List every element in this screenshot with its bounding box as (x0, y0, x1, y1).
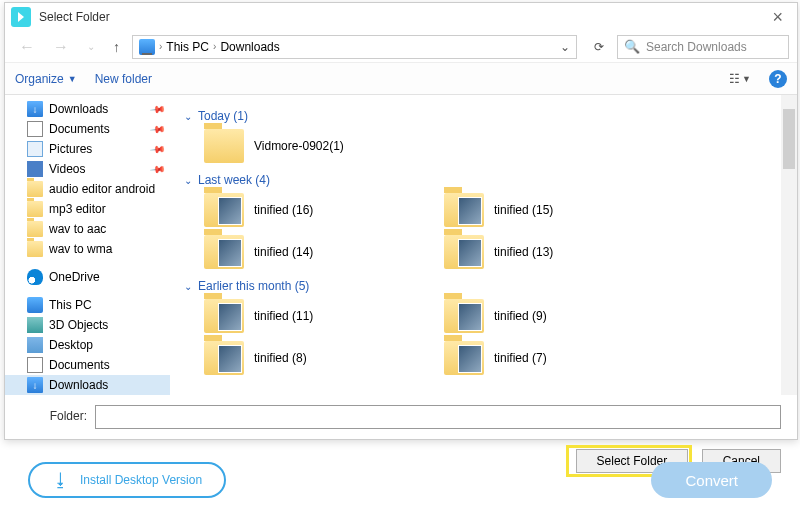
refresh-button[interactable]: ⟳ (587, 40, 611, 54)
group-title: Last week (4) (198, 173, 270, 187)
chevron-down-icon: ⌄ (184, 175, 192, 186)
folder-icon (204, 193, 244, 227)
tree-item-pictures[interactable]: Pictures 📌 (5, 139, 170, 159)
thispc-icon (139, 39, 155, 55)
tree-item-downloads[interactable]: ↓ Downloads (5, 375, 170, 395)
folder-name-input[interactable] (95, 405, 781, 429)
tree-item-documents[interactable]: Documents (5, 355, 170, 375)
folder-item-tinified-15-[interactable]: tinified (15) (444, 193, 634, 227)
tree-item-this-pc[interactable]: This PC (5, 295, 170, 315)
onedrive-icon (27, 269, 43, 285)
tree-item-downloads[interactable]: ↓ Downloads 📌 (5, 99, 170, 119)
tree-item-wav-to-aac[interactable]: wav to aac (5, 219, 170, 239)
crumb-folder[interactable]: Downloads (220, 40, 279, 54)
folder-item-tinified-16-[interactable]: tinified (16) (204, 193, 394, 227)
docs-icon (27, 121, 43, 137)
folder-item-tinified-14-[interactable]: tinified (14) (204, 235, 394, 269)
tree-item-label: audio editor android (49, 182, 155, 196)
tree-item-label: Downloads (49, 102, 108, 116)
folder-icon (444, 193, 484, 227)
search-icon: 🔍 (624, 39, 640, 54)
tree-item-audio-editor-android[interactable]: audio editor android (5, 179, 170, 199)
folder-icon (204, 299, 244, 333)
folder-name: Vidmore-0902(1) (254, 139, 344, 153)
convert-button[interactable]: Convert (651, 462, 772, 498)
desk-icon (27, 337, 43, 353)
scrollbar[interactable] (781, 95, 797, 395)
tree-item-label: This PC (49, 298, 92, 312)
pin-icon: 📌 (150, 101, 166, 117)
folder-icon (444, 235, 484, 269)
back-button[interactable]: ← (13, 36, 41, 58)
folder-icon (444, 341, 484, 375)
view-options-button[interactable]: ☷ ▼ (729, 72, 751, 86)
chevron-down-icon: ⌄ (184, 111, 192, 122)
tree-item-documents[interactable]: Documents 📌 (5, 119, 170, 139)
folder-item-tinified-13-[interactable]: tinified (13) (444, 235, 634, 269)
tree-item-label: Documents (49, 358, 110, 372)
tree-item-desktop[interactable]: Desktop (5, 335, 170, 355)
folder-item-tinified-11-[interactable]: tinified (11) (204, 299, 394, 333)
tree-item-label: Pictures (49, 142, 92, 156)
recent-dropdown[interactable]: ⌄ (81, 39, 101, 54)
up-button[interactable]: ↑ (107, 37, 126, 57)
3d-icon (27, 317, 43, 333)
tree-item-wav-to-wma[interactable]: wav to wma (5, 239, 170, 259)
folder-name: tinified (15) (494, 203, 553, 217)
nav-tree: ↓ Downloads 📌 Documents 📌 Pictures 📌 Vid… (5, 95, 170, 395)
folder-icon (444, 299, 484, 333)
titlebar: Select Folder × (5, 3, 797, 31)
crumb-root[interactable]: This PC (166, 40, 209, 54)
help-icon[interactable]: ? (769, 70, 787, 88)
pin-icon: 📌 (150, 121, 166, 137)
folder-label: Folder: (23, 409, 87, 423)
folder-item-tinified-8-[interactable]: tinified (8) (204, 341, 394, 375)
tree-item-videos[interactable]: Videos 📌 (5, 159, 170, 179)
folder-name: tinified (14) (254, 245, 313, 259)
install-desktop-button[interactable]: ⭳ Install Desktop Version (28, 462, 226, 498)
docs-icon (27, 357, 43, 373)
group-title: Earlier this month (5) (198, 279, 309, 293)
folder-name: tinified (11) (254, 309, 313, 323)
close-icon[interactable]: × (764, 7, 791, 28)
pin-icon: 📌 (150, 141, 166, 157)
vid-icon (27, 161, 43, 177)
tree-item-onedrive[interactable]: OneDrive (5, 267, 170, 287)
tree-item-3d-objects[interactable]: 3D Objects (5, 315, 170, 335)
select-folder-dialog: Select Folder × ← → ⌄ ↑ › This PC › Down… (4, 2, 798, 440)
new-folder-button[interactable]: New folder (95, 72, 152, 86)
folder-icon (204, 341, 244, 375)
nav-row: ← → ⌄ ↑ › This PC › Downloads ⌄ ⟳ 🔍 Sear… (5, 31, 797, 63)
folder-item-vidmore-0902-1-[interactable]: Vidmore-0902(1) (204, 129, 394, 163)
pc-icon (27, 297, 43, 313)
download-icon: ↓ (27, 377, 43, 393)
folder-icon (27, 221, 43, 237)
folder-icon (204, 129, 244, 163)
folder-name: tinified (7) (494, 351, 547, 365)
chevron-down-icon: ▼ (68, 74, 77, 84)
download-icon: ↓ (27, 101, 43, 117)
group-header[interactable]: ⌄Today (1) (184, 109, 767, 123)
group-header[interactable]: ⌄Last week (4) (184, 173, 767, 187)
pics-icon (27, 141, 43, 157)
tree-item-label: wav to aac (49, 222, 106, 236)
folder-icon (27, 181, 43, 197)
toolbar: Organize ▼ New folder ☷ ▼ ? (5, 63, 797, 95)
scrollbar-thumb[interactable] (783, 109, 795, 169)
tree-item-label: Downloads (49, 378, 108, 392)
folder-name: tinified (9) (494, 309, 547, 323)
organize-menu[interactable]: Organize ▼ (15, 72, 77, 86)
chevron-down-icon: ⌄ (184, 281, 192, 292)
pin-icon: 📌 (150, 161, 166, 177)
folder-name: tinified (8) (254, 351, 307, 365)
address-dropdown-icon[interactable]: ⌄ (560, 40, 570, 54)
folder-item-tinified-7-[interactable]: tinified (7) (444, 341, 634, 375)
tree-item-mp3-editor[interactable]: mp3 editor (5, 199, 170, 219)
group-header[interactable]: ⌄Earlier this month (5) (184, 279, 767, 293)
search-input[interactable]: 🔍 Search Downloads (617, 35, 789, 59)
forward-button[interactable]: → (47, 36, 75, 58)
folder-item-tinified-9-[interactable]: tinified (9) (444, 299, 634, 333)
folder-name: tinified (13) (494, 245, 553, 259)
tree-item-label: Videos (49, 162, 85, 176)
address-bar[interactable]: › This PC › Downloads ⌄ (132, 35, 577, 59)
